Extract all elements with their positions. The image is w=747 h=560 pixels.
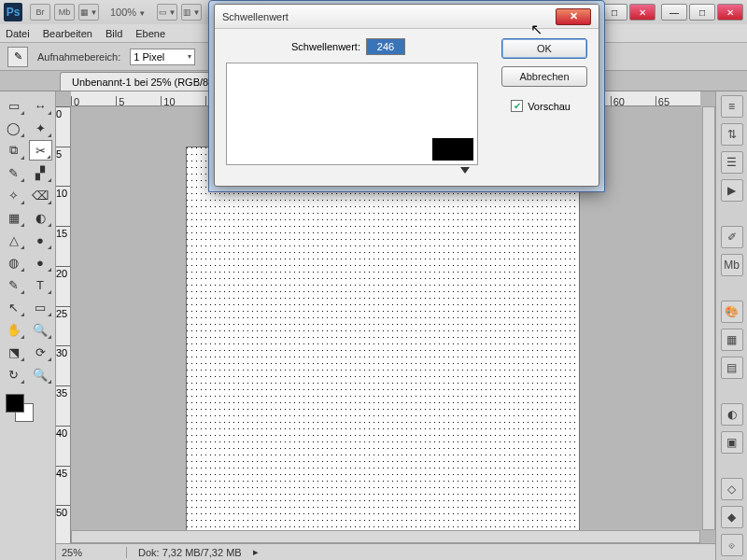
toolbox: ▭↔◯✦⧉✂✎▞✧⌫▦◐△●◍●✎T↖▭✋🔍⬔⟳↻🔍: [0, 91, 56, 560]
zoom-level-dropdown[interactable]: 100%▼: [110, 7, 146, 18]
tool-16[interactable]: ✎: [2, 274, 25, 295]
tool-22[interactable]: ⬔: [2, 342, 25, 362]
channels-panel-icon[interactable]: ◆: [721, 506, 743, 528]
threshold-input[interactable]: [366, 38, 405, 55]
swatches-panel-icon[interactable]: ▦: [721, 329, 743, 351]
scrollbar-vertical[interactable]: [702, 106, 715, 530]
preview-checkbox[interactable]: ✔: [511, 100, 523, 112]
app-restore-button[interactable]: □: [689, 4, 715, 21]
tool-14[interactable]: ◍: [2, 252, 25, 273]
tool-12[interactable]: △: [2, 230, 25, 250]
menu-bild[interactable]: Bild: [106, 28, 122, 39]
app-minimize-button[interactable]: —: [661, 4, 687, 21]
play-panel-icon[interactable]: ▶: [721, 179, 743, 202]
tool-17[interactable]: T: [29, 274, 52, 295]
tool-10[interactable]: ▦: [2, 207, 25, 228]
statusbar: 25% Dok: 7,32 MB/7,32 MB ▸: [56, 543, 715, 560]
properties-panel-icon[interactable]: ☰: [721, 151, 743, 174]
brushes-panel-icon[interactable]: ✐: [721, 226, 743, 248]
actions-panel-icon[interactable]: ⇅: [721, 123, 743, 146]
document-tab[interactable]: Unbenannt-1 bei 25% (RGB/8): [60, 72, 224, 91]
status-menu-icon[interactable]: ▸: [253, 546, 259, 558]
ruler-vertical: 05101520253035404550: [56, 106, 71, 545]
preview-label: Vorschau: [528, 101, 571, 112]
paths-panel-icon[interactable]: ⟐: [721, 534, 743, 556]
tool-8[interactable]: ✧: [2, 185, 25, 205]
tool-19[interactable]: ▭: [29, 297, 52, 317]
dialog-titlebar[interactable]: Schwellenwert ✕: [215, 5, 599, 29]
sample-size-label: Aufnahmebereich:: [37, 51, 120, 63]
tool-24[interactable]: ↻: [2, 364, 25, 385]
menu-bearbeiten[interactable]: Bearbeiten: [43, 28, 92, 39]
status-zoom[interactable]: 25%: [62, 547, 127, 558]
tool-13[interactable]: ●: [29, 230, 52, 250]
styles-panel-icon[interactable]: ▤: [721, 357, 743, 379]
doc-restore-button[interactable]: □: [601, 4, 627, 21]
tool-0[interactable]: ▭: [2, 95, 25, 116]
history-panel-icon[interactable]: ≡: [721, 95, 743, 118]
tool-3[interactable]: ✦: [29, 118, 52, 138]
tool-9[interactable]: ⌫: [29, 185, 52, 205]
foreground-swatch[interactable]: [6, 394, 24, 413]
tool-20[interactable]: ✋: [2, 319, 25, 340]
tool-25[interactable]: 🔍: [29, 364, 52, 385]
menu-ebene[interactable]: Ebene: [135, 28, 165, 39]
tool-11[interactable]: ◐: [29, 207, 52, 228]
tool-15[interactable]: ●: [29, 252, 52, 273]
arrange-docs-icon[interactable]: ▥▼: [181, 4, 202, 21]
doc-close-button[interactable]: ✕: [629, 4, 655, 21]
threshold-label: Schwellenwert:: [291, 41, 360, 52]
tool-4[interactable]: ⧉: [2, 140, 25, 161]
sample-size-dropdown[interactable]: 1 Pixel: [130, 49, 195, 65]
app-close-button[interactable]: ✕: [717, 4, 743, 21]
dialog-close-button[interactable]: ✕: [556, 8, 591, 25]
canvas[interactable]: [187, 147, 579, 539]
threshold-dialog: Schwellenwert ✕ Schwellenwert: OK Abbrec…: [214, 4, 599, 187]
scrollbar-horizontal[interactable]: [71, 530, 700, 543]
tool-21[interactable]: 🔍: [29, 319, 52, 340]
ok-button[interactable]: OK: [501, 38, 587, 59]
eyedropper-tool-icon[interactable]: ✎: [7, 47, 28, 67]
threshold-slider-handle[interactable]: [460, 167, 470, 174]
adjustments-panel-icon[interactable]: ◐: [721, 403, 743, 426]
screen-mode-icon[interactable]: ▦▼: [78, 4, 99, 21]
tool-6[interactable]: ✎: [2, 162, 25, 183]
color-panel-icon[interactable]: 🎨: [721, 301, 743, 323]
tool-18[interactable]: ↖: [2, 297, 25, 317]
tool-23[interactable]: ⟳: [29, 342, 52, 362]
dialog-title: Schwellenwert: [222, 11, 556, 22]
tool-1[interactable]: ↔: [29, 95, 52, 116]
menu-datei[interactable]: Datei: [6, 28, 30, 39]
panel-dock: ≡ ⇅ ☰ ▶ ✐ Mb 🎨 ▦ ▤ ◐ ▣ ◇ ◆ ⟐: [715, 91, 747, 560]
view-extras-icon[interactable]: ▭▼: [157, 4, 177, 21]
tool-5[interactable]: ✂: [29, 140, 52, 161]
mb-panel-icon[interactable]: Mb: [721, 254, 743, 276]
histogram: [226, 63, 478, 165]
cancel-button[interactable]: Abbrechen: [501, 66, 587, 87]
tool-7[interactable]: ▞: [29, 162, 52, 183]
masks-panel-icon[interactable]: ▣: [721, 431, 743, 454]
minibridge-icon[interactable]: Mb: [54, 4, 75, 21]
bridge-icon[interactable]: Br: [30, 4, 50, 21]
color-swatches[interactable]: [2, 394, 53, 422]
layers-panel-icon[interactable]: ◇: [721, 478, 743, 500]
histogram-bars: [432, 138, 473, 161]
app-logo: Ps: [4, 3, 22, 21]
tool-2[interactable]: ◯: [2, 118, 25, 138]
status-docsize: Dok: 7,32 MB/7,32 MB: [138, 547, 242, 558]
